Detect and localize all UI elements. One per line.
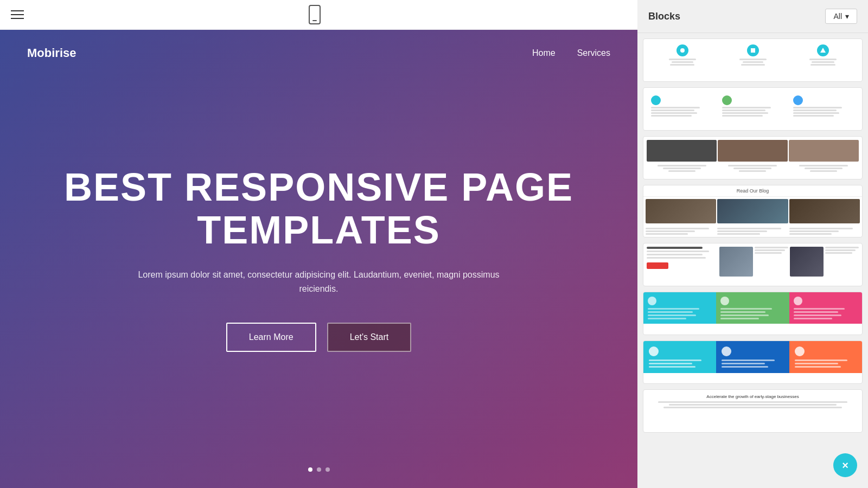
photo-thumb-1 xyxy=(647,140,717,162)
lets-start-button[interactable]: Let's Start xyxy=(327,323,412,352)
feature-item-1 xyxy=(649,44,716,66)
startup-title: Accelerate the growth of early-stage bus… xyxy=(648,394,858,399)
sidebar-title: Blocks xyxy=(648,11,680,22)
hero-content: BEST RESPONSIVE PAGE TEMPLATES Lorem ips… xyxy=(0,30,637,488)
blog-photo-1 xyxy=(646,199,716,223)
learn-more-button[interactable]: Learn More xyxy=(226,323,316,352)
news-left-col xyxy=(647,247,716,277)
sidebar-wrapper: Read Our Blog xyxy=(637,33,868,488)
hamburger-menu[interactable] xyxy=(11,10,24,19)
top-bar xyxy=(0,0,637,30)
filter-dropdown[interactable]: All ▾ xyxy=(825,9,857,24)
feature-icon-3 xyxy=(817,44,829,56)
colored-feature-1 xyxy=(648,92,716,120)
panel-icon-3 xyxy=(794,297,802,305)
hero-section: Mobirise Home Services BEST RESPONSIVE P… xyxy=(0,30,637,488)
panel-icon-2 xyxy=(720,297,729,305)
photo-captions xyxy=(647,163,859,174)
blog-photos xyxy=(643,197,862,226)
svg-rect-1 xyxy=(751,48,755,53)
svg-point-0 xyxy=(680,48,685,53)
block-card-startup[interactable]: Accelerate the growth of early-stage bus… xyxy=(643,389,863,433)
news-text-2 xyxy=(825,247,859,277)
dot-1[interactable] xyxy=(308,467,312,472)
dot-3[interactable] xyxy=(326,467,330,472)
hero-subtitle: Lorem ipsum dolor sit amet, consectetur … xyxy=(129,268,509,296)
carousel-dots xyxy=(308,467,330,472)
cb-icon-2 xyxy=(722,346,731,356)
color-block-orange xyxy=(789,341,862,373)
block-card-colored-features[interactable] xyxy=(643,87,863,131)
close-sidebar-button[interactable]: × xyxy=(833,453,857,477)
feature-icon-2 xyxy=(747,44,759,56)
color-block-blue xyxy=(716,341,789,373)
colored-feature-2 xyxy=(719,92,787,120)
blog-photo-3 xyxy=(789,199,860,223)
filter-label: All xyxy=(833,12,842,21)
block-card-color-blocks[interactable] xyxy=(643,341,863,384)
startup-text xyxy=(648,401,858,408)
news-photo-2 xyxy=(790,247,824,277)
panel-green xyxy=(716,292,789,324)
photo-thumb-3 xyxy=(789,140,859,162)
green-dot xyxy=(722,95,732,105)
svg-marker-2 xyxy=(820,48,826,53)
cb-icon-3 xyxy=(795,346,805,356)
news-right-col xyxy=(719,247,859,277)
blog-photo-2 xyxy=(717,199,788,223)
panel-teal xyxy=(643,292,716,324)
blocks-list: Read Our Blog xyxy=(637,33,868,438)
feature-item-2 xyxy=(719,44,787,66)
news-text-1 xyxy=(755,247,788,277)
color-block-teal xyxy=(643,341,716,373)
device-preview-icon[interactable] xyxy=(309,5,321,24)
dropdown-chevron: ▾ xyxy=(845,12,849,21)
news-photo-1 xyxy=(719,247,753,277)
panel-pink xyxy=(789,292,862,324)
news-button xyxy=(647,262,668,269)
sidebar-header: Blocks All ▾ xyxy=(637,0,868,33)
main-area: Mobirise Home Services BEST RESPONSIVE P… xyxy=(0,0,637,488)
hero-title: BEST RESPONSIVE PAGE TEMPLATES xyxy=(43,166,594,252)
blog-header: Read Our Blog xyxy=(643,185,862,197)
blog-texts xyxy=(643,226,862,237)
photo-thumb-2 xyxy=(718,140,788,162)
panel-icon-1 xyxy=(648,297,656,305)
block-card-blog[interactable]: Read Our Blog xyxy=(643,185,863,237)
block-card-news[interactable] xyxy=(643,243,863,286)
feature-icon-1 xyxy=(676,44,688,56)
dot-2[interactable] xyxy=(317,467,321,472)
block-card-photo-grid[interactable] xyxy=(643,136,863,179)
block-card-colored-panels[interactable] xyxy=(643,292,863,335)
feature-item-3 xyxy=(789,44,857,66)
colored-feature-3 xyxy=(790,92,858,120)
blocks-sidebar: Blocks All ▾ xyxy=(637,0,868,488)
photo-row-top xyxy=(647,140,859,162)
news-title xyxy=(647,247,703,249)
blue-dot xyxy=(793,95,803,105)
block-card-features-icon[interactable] xyxy=(643,38,863,82)
teal-dot xyxy=(651,95,661,105)
hero-buttons: Learn More Let's Start xyxy=(226,323,411,352)
cb-icon-1 xyxy=(649,346,659,356)
